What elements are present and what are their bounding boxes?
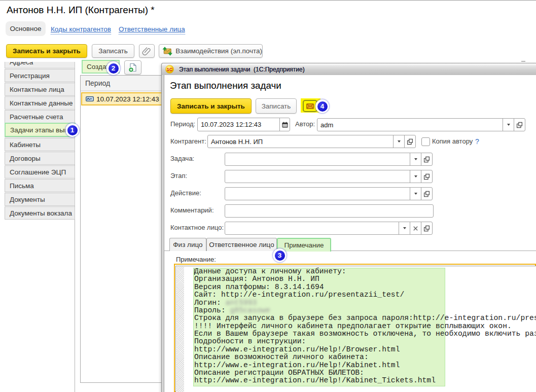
- svg-text:1С: 1С: [167, 67, 173, 72]
